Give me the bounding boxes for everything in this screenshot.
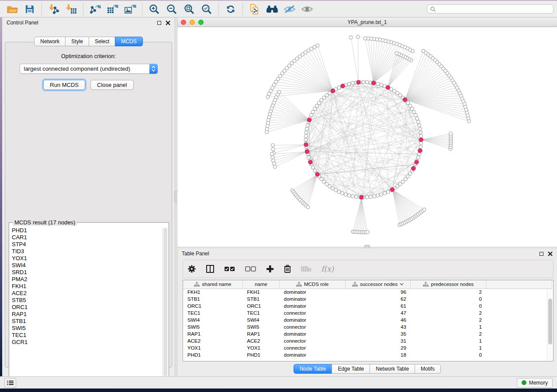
- result-scrollbar[interactable]: [162, 227, 168, 381]
- mcds-result-item: STP4: [12, 241, 168, 248]
- table-row[interactable]: TEC1TEC1connector472: [183, 309, 552, 316]
- right-region: YPA_prune.txt_1 Table Panel: [177, 17, 557, 376]
- zoom-fit-icon[interactable]: [182, 3, 197, 16]
- task-history-button[interactable]: [4, 378, 16, 388]
- function-builder-icon: f(x): [321, 265, 334, 273]
- export-network-icon[interactable]: [88, 3, 103, 16]
- close-panel-button[interactable]: Close panel: [90, 80, 134, 90]
- select-all-rows-icon[interactable]: [224, 266, 235, 272]
- mcds-result-item: PMA2: [12, 276, 168, 283]
- table-row[interactable]: SWI4SWI4dominator462: [183, 316, 552, 323]
- add-column-icon[interactable]: [266, 265, 274, 273]
- close-panel-icon[interactable]: [548, 251, 553, 256]
- list-icon: [7, 380, 14, 385]
- mcds-result-item: PHD1: [12, 227, 168, 234]
- network-title: YPA_prune.txt_1: [177, 19, 557, 25]
- column-header-shared-name[interactable]: shared name: [183, 280, 242, 289]
- table-row[interactable]: PHD1PHD1dominator180: [183, 351, 552, 358]
- table-row[interactable]: SWI5SWI5connector431: [183, 323, 552, 330]
- zoom-out-icon[interactable]: [164, 3, 179, 16]
- toolbar-separator: [242, 3, 243, 15]
- control-panel-title: Control Panel: [7, 20, 38, 26]
- float-panel-icon[interactable]: [157, 21, 161, 25]
- column-settings-gear-icon[interactable]: [187, 265, 196, 273]
- mcds-result-item: RAP1: [12, 311, 168, 318]
- save-session-icon[interactable]: [22, 3, 37, 16]
- mcds-result-item: CAR1: [12, 234, 168, 241]
- tab-style[interactable]: Style: [65, 37, 89, 46]
- table-row[interactable]: ORC1ORC1dominator610: [183, 303, 552, 309]
- network-titlebar[interactable]: YPA_prune.txt_1: [177, 17, 557, 27]
- zoom-in-icon[interactable]: [147, 3, 162, 16]
- tab-select[interactable]: Select: [89, 37, 115, 46]
- tab-network[interactable]: Network: [34, 37, 66, 46]
- table-row[interactable]: STB1STB1dominator620: [183, 296, 552, 303]
- split-column-icon[interactable]: [206, 265, 214, 273]
- table-row[interactable]: YOX1YOX1connector291: [183, 344, 552, 351]
- hide-selected-icon[interactable]: [282, 3, 297, 16]
- mcds-result-list: PHD1CAR1STP4TID3YOX1SWI4SRD1PMA2FKH1ACE2…: [9, 223, 169, 380]
- import-table-icon[interactable]: [64, 3, 79, 16]
- table-row[interactable]: FKH1FKH1dominator962: [183, 289, 552, 296]
- toolbar-separator: [42, 3, 42, 15]
- network-view-canvas[interactable]: [177, 27, 557, 247]
- run-mcds-button[interactable]: Run MCDS: [43, 80, 85, 90]
- import-network-icon[interactable]: [46, 3, 61, 16]
- delete-column-icon[interactable]: [284, 265, 291, 273]
- mcds-result-item: SWI4: [12, 262, 168, 269]
- zoom-selected-icon[interactable]: [199, 3, 214, 16]
- tab-edge-table[interactable]: Edge Table: [332, 364, 370, 374]
- table-row[interactable]: ACE2ACE2connector311: [183, 337, 552, 344]
- search-input[interactable]: [427, 4, 554, 14]
- column-header-filler: [486, 280, 552, 289]
- delete-table-icon: [301, 266, 311, 272]
- close-panel-icon[interactable]: [166, 21, 170, 25]
- optimization-criterion-label: Optimization criterion:: [5, 53, 172, 59]
- memory-status-icon: [522, 380, 526, 385]
- network-search-field[interactable]: [438, 6, 550, 12]
- refresh-icon[interactable]: [223, 3, 238, 16]
- open-file-icon[interactable]: [5, 3, 20, 16]
- mcds-result-item: TEC1: [12, 332, 168, 339]
- toolbar-separator: [142, 3, 142, 15]
- mcds-result-item: STB5: [12, 297, 168, 304]
- mcds-result-item: SRD1: [12, 269, 168, 276]
- mcds-result-item: TID3: [12, 248, 168, 255]
- table-toolbar: f(x): [183, 260, 554, 278]
- mcds-panel: NetworkStyleSelectMCDS Optimization crit…: [5, 42, 172, 368]
- deselect-all-rows-icon[interactable]: [245, 266, 256, 272]
- node-table[interactable]: shared namenameMCDS rolesuccessor nodesp…: [183, 280, 554, 361]
- column-header-MCDS-role[interactable]: MCDS role: [280, 280, 346, 289]
- table-panel: Table Panel: [177, 248, 557, 376]
- table-row[interactable]: RAP1RAP1dominator352: [183, 330, 552, 337]
- mcds-result-item: STB1: [12, 318, 168, 325]
- mcds-result-title: MCDS result (17 nodes): [13, 219, 77, 226]
- memory-button[interactable]: Memory: [517, 378, 553, 388]
- show-all-icon[interactable]: [300, 3, 315, 16]
- float-panel-icon[interactable]: [540, 252, 543, 256]
- mcds-result-item: ACE2: [12, 290, 168, 297]
- clone-network-icon[interactable]: [247, 3, 262, 16]
- criterion-select[interactable]: largest connected component (undirected): [20, 64, 158, 74]
- memory-label: Memory: [529, 380, 548, 386]
- mcds-result-item: GCR1: [12, 339, 168, 346]
- tab-motifs[interactable]: Motifs: [415, 364, 441, 374]
- tab-network-table[interactable]: Network Table: [370, 364, 415, 374]
- column-header-successor-nodes[interactable]: successor nodes: [345, 280, 411, 289]
- table-scrollbar[interactable]: [547, 289, 553, 361]
- tab-mcds[interactable]: MCDS: [115, 37, 142, 46]
- status-bar: Memory: [0, 376, 557, 389]
- export-table-icon[interactable]: [105, 3, 120, 16]
- select-stepper-icon: [149, 64, 158, 74]
- criterion-selected-value: largest connected component (undirected): [20, 65, 149, 72]
- main-toolbar: [0, 1, 557, 17]
- mcds-result-item: YOX1: [12, 255, 168, 262]
- mcds-result-item: FKH1: [12, 283, 168, 290]
- column-header-name[interactable]: name: [242, 280, 279, 289]
- column-header-predecessor-nodes[interactable]: predecessor nodes: [411, 280, 486, 289]
- first-neighbors-icon[interactable]: [265, 3, 280, 16]
- export-image-icon[interactable]: [123, 3, 138, 16]
- tab-node-table[interactable]: Node Table: [294, 364, 332, 374]
- table-panel-title: Table Panel: [182, 251, 209, 257]
- mcds-result-item: ORC1: [12, 304, 168, 311]
